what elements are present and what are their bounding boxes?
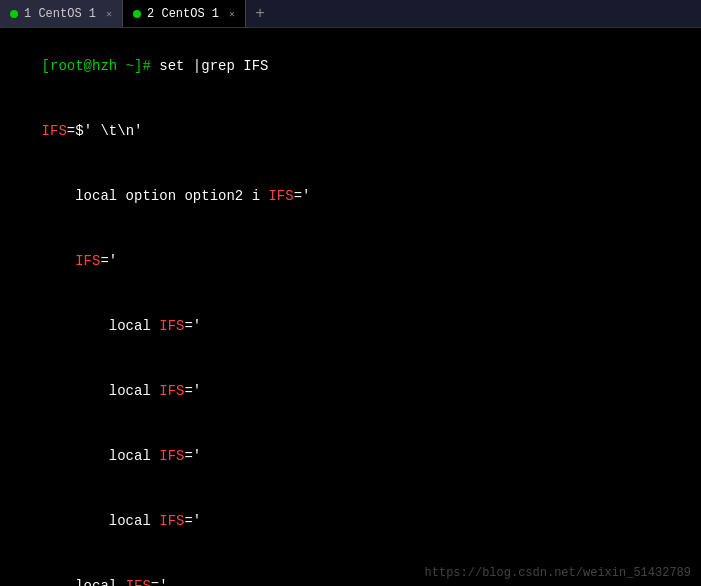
tab-close-1[interactable]: ✕ <box>106 8 112 20</box>
tab-centos-1[interactable]: 1 CentOS 1 ✕ <box>0 0 123 27</box>
terminal-line-1: [root@hzh ~]# set |grep IFS <box>8 34 693 99</box>
prompt-1: [root@hzh ~]# <box>42 58 160 74</box>
tab-label-1: 1 CentOS 1 <box>24 7 96 21</box>
command-1: set |grep IFS <box>159 58 268 74</box>
add-tab-button[interactable]: + <box>246 0 274 27</box>
tab-dot-2 <box>133 10 141 18</box>
tab-bar: 1 CentOS 1 ✕ 2 CentOS 1 ✕ + <box>0 0 701 28</box>
tab-label-2: 2 CentOS 1 <box>147 7 219 21</box>
terminal-line-8: local IFS=' <box>8 489 693 554</box>
watermark: https://blog.csdn.net/weixin_51432789 <box>425 566 691 580</box>
tab-dot-1 <box>10 10 18 18</box>
tab-close-2[interactable]: ✕ <box>229 8 235 20</box>
terminal-line-2: IFS=$' \t\n' <box>8 99 693 164</box>
terminal: [root@hzh ~]# set |grep IFS IFS=$' \t\n'… <box>0 28 701 586</box>
terminal-line-7: local IFS=' <box>8 424 693 489</box>
terminal-line-4: IFS=' <box>8 229 693 294</box>
terminal-line-6: local IFS=' <box>8 359 693 424</box>
tab-centos-2[interactable]: 2 CentOS 1 ✕ <box>123 0 246 27</box>
ifs-val-2: =$' \t\n' <box>67 123 143 139</box>
terminal-line-3: local option option2 i IFS=' <box>8 164 693 229</box>
ifs-label-2: IFS <box>42 123 67 139</box>
terminal-line-5: local IFS=' <box>8 294 693 359</box>
